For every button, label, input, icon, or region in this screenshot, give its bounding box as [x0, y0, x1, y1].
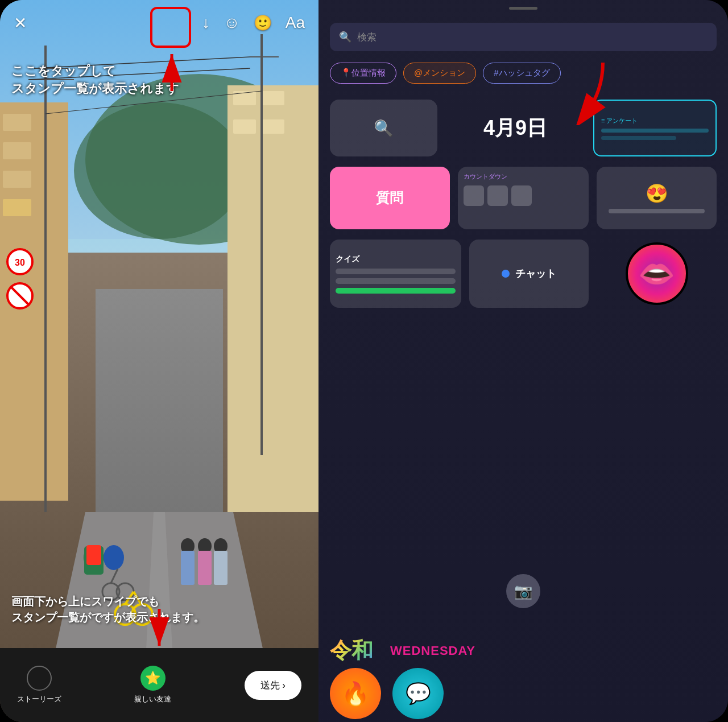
countdown-box-3 [511, 185, 532, 206]
top-arrow [155, 48, 189, 96]
sticker-highlight-box [150, 7, 191, 48]
sticker-row-1: 🔍 4月9日 ≡ アンケート [330, 100, 717, 156]
mouth-sticker[interactable]: 👄 [597, 240, 717, 308]
anketo-bar-1 [601, 129, 709, 133]
quiz-bar-correct [336, 288, 456, 294]
hashtag-pill-label: #ハッシュタグ [494, 68, 549, 79]
sticker-button[interactable]: 🙂 [254, 14, 272, 32]
svg-rect-29 [86, 545, 101, 565]
hashtag-pill[interactable]: #ハッシュタグ [483, 63, 560, 84]
quiz-bar-2 [336, 278, 456, 284]
circle-sticker-2[interactable]: 💬 [392, 668, 444, 719]
mention-pill[interactable]: @メンション [403, 63, 476, 84]
svg-rect-6 [3, 171, 31, 188]
svg-point-2 [74, 102, 245, 239]
chat-dot [502, 270, 510, 278]
stories-option[interactable]: ストーリーズ [17, 666, 61, 704]
slider-emoji: 😍 [646, 183, 668, 204]
camera-icon: 📷 [514, 583, 532, 600]
svg-rect-4 [3, 114, 31, 131]
chat-sticker[interactable]: チャット [469, 240, 589, 308]
quiz-sticker[interactable]: クイズ [330, 240, 461, 308]
close-friends-circle: ⭐ [140, 666, 166, 691]
bottom-circle-stickers: 🔥 💬 [330, 665, 717, 722]
slider-track [609, 209, 705, 213]
wednesday-sticker[interactable]: WEDNESDAY [390, 643, 475, 658]
left-bottom-bar: ストーリーズ ⭐ 親しい友達 送先 › [0, 648, 318, 722]
location-pill-label: 📍位置情報 [341, 68, 386, 79]
top-instruction-text: ここをタップして スタンプ一覧が表示されます [11, 63, 179, 98]
close-friends-label: 親しい友達 [134, 694, 171, 704]
bottom-arrow [142, 606, 176, 654]
date-sticker-text: 4月9日 [483, 114, 547, 142]
stories-label: ストーリーズ [17, 694, 61, 704]
right-arrow [569, 57, 614, 127]
search-sticker-icon: 🔍 [374, 119, 394, 138]
sticker-row-2: 質問 カウントダウン 😍 [330, 167, 717, 229]
bottom-sticker-row: 令和 WEDNESDAY [330, 636, 717, 665]
countdown-box-2 [487, 185, 508, 206]
countdown-box-1 [464, 185, 484, 206]
circle-sticker-1[interactable]: 🔥 [330, 668, 381, 719]
send-button[interactable]: 送先 › [245, 671, 301, 700]
svg-rect-43 [214, 551, 228, 585]
stories-circle [27, 666, 52, 691]
emoji-button[interactable]: ☺ [224, 14, 240, 32]
slider-sticker[interactable]: 😍 [597, 167, 717, 229]
search-icon: 🔍 [339, 31, 351, 43]
question-sticker-text: 質問 [376, 189, 403, 207]
right-panel: 🔍 検索 📍位置情報 @メンション #ハッシュタグ 🔍 [318, 0, 728, 722]
search-placeholder: 検索 [357, 31, 377, 44]
text-button[interactable]: Aa [286, 14, 305, 32]
chat-label: チャット [515, 267, 556, 280]
svg-rect-11 [233, 119, 256, 134]
svg-rect-7 [3, 199, 31, 216]
close-friends-option[interactable]: ⭐ 親しい友達 [134, 666, 171, 704]
bottom-arrow-svg [142, 606, 176, 651]
question-sticker[interactable]: 質問 [330, 167, 450, 229]
toolbar-right: ↓ ☺ 🙂 Aa [202, 14, 305, 32]
quiz-label: クイズ [336, 254, 359, 265]
svg-rect-5 [3, 142, 31, 159]
mouth-emoji: 👄 [626, 242, 688, 305]
countdown-label: カウントダウン [464, 172, 507, 181]
svg-rect-12 [262, 119, 284, 134]
camera-button[interactable]: 📷 [506, 574, 540, 608]
countdown-boxes [464, 185, 532, 206]
countdown-sticker[interactable]: カウントダウン [458, 167, 589, 229]
svg-rect-10 [262, 91, 284, 105]
sticker-row-3: クイズ チャット 👄 [330, 240, 717, 308]
svg-rect-9 [233, 91, 256, 105]
mention-pill-label: @メンション [414, 68, 465, 79]
svg-text:30: 30 [15, 258, 25, 267]
search-bar[interactable]: 🔍 検索 [330, 23, 717, 51]
date-sticker[interactable]: 4月9日 [445, 100, 585, 156]
close-button[interactable]: ✕ [14, 14, 27, 32]
anketo-bar-2 [601, 136, 676, 140]
category-pills: 📍位置情報 @メンション #ハッシュタグ [330, 63, 561, 84]
reiwa-sticker[interactable]: 令和 [330, 636, 373, 665]
svg-rect-41 [198, 551, 212, 585]
send-label: 送先 › [260, 679, 286, 692]
search-sticker[interactable]: 🔍 [330, 100, 437, 156]
location-pill[interactable]: 📍位置情報 [330, 63, 396, 84]
top-indicator [509, 7, 537, 10]
svg-rect-8 [228, 85, 318, 512]
right-arrow-svg [569, 57, 614, 125]
svg-point-30 [104, 545, 124, 570]
top-arrow-svg [155, 48, 189, 94]
download-button[interactable]: ↓ [202, 14, 210, 32]
svg-rect-39 [181, 551, 195, 585]
left-panel: 30 ✕ ↓ ☺ 🙂 Aa [0, 0, 318, 722]
quiz-bar-1 [336, 269, 456, 274]
